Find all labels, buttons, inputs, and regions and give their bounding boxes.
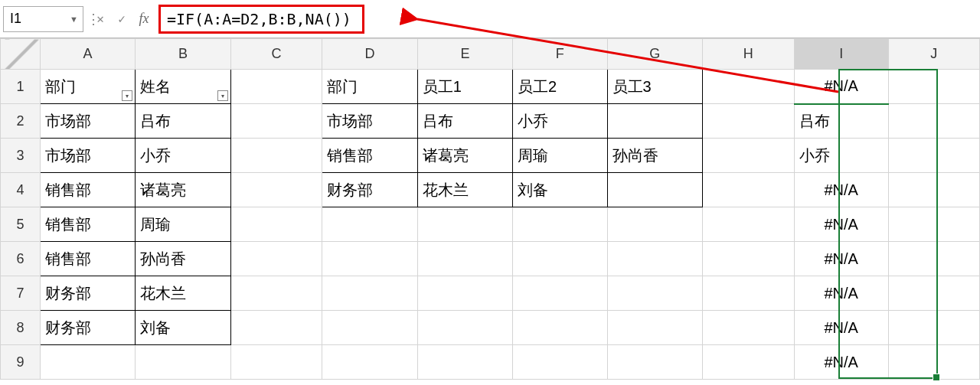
cell-I7[interactable]: #N/A (794, 276, 888, 311)
cell-A8[interactable]: 财务部 (40, 311, 135, 345)
cell-G2[interactable] (607, 104, 702, 139)
cell-E7[interactable] (417, 276, 512, 311)
cell-B4[interactable]: 诸葛亮 (136, 173, 230, 207)
row-header-8[interactable]: 8 (1, 311, 41, 345)
cell-G1[interactable]: 员工3 (607, 70, 702, 104)
col-header-C[interactable]: C (230, 39, 322, 70)
confirm-icon[interactable]: ✓ (111, 6, 132, 32)
cell-J3[interactable] (888, 139, 979, 173)
cell-D8[interactable] (322, 311, 417, 345)
cell-J6[interactable] (888, 242, 979, 276)
cell-G3[interactable]: 孙尚香 (607, 139, 702, 173)
cell-F3[interactable]: 周瑜 (513, 139, 608, 173)
cell-C5[interactable] (230, 207, 322, 242)
cancel-icon[interactable]: ✕ (90, 6, 111, 32)
cell-H4[interactable] (702, 173, 794, 207)
cell-H7[interactable] (702, 276, 794, 311)
cell-F1[interactable]: 员工2 (513, 70, 608, 104)
cell-J2[interactable] (888, 104, 979, 139)
cell-G7[interactable] (607, 276, 702, 311)
cell-J8[interactable] (888, 311, 979, 345)
col-header-H[interactable]: H (702, 39, 794, 70)
cell-I1[interactable]: #N/A (794, 70, 888, 104)
cell-J1[interactable] (888, 70, 979, 104)
cell-H6[interactable] (702, 242, 794, 276)
cell-D5[interactable] (322, 207, 417, 242)
cell-I2[interactable]: 吕布 (794, 104, 888, 139)
cell-G8[interactable] (607, 311, 702, 345)
cell-E9[interactable] (417, 345, 512, 380)
select-all-corner[interactable] (1, 39, 41, 70)
cell-F5[interactable] (513, 207, 608, 242)
cell-B7[interactable]: 花木兰 (136, 276, 230, 311)
cell-J9[interactable] (888, 345, 979, 380)
cell-C7[interactable] (230, 276, 322, 311)
cell-F6[interactable] (513, 242, 608, 276)
cell-I6[interactable]: #N/A (794, 242, 888, 276)
filter-icon[interactable]: ▾ (217, 90, 228, 101)
cell-J4[interactable] (888, 173, 979, 207)
cell-A5[interactable]: 销售部 (40, 207, 135, 242)
cell-G4[interactable] (607, 173, 702, 207)
row-header-7[interactable]: 7 (1, 276, 41, 311)
cell-F7[interactable] (513, 276, 608, 311)
cell-E5[interactable] (417, 207, 512, 242)
col-header-E[interactable]: E (417, 39, 512, 70)
cell-B5[interactable]: 周瑜 (136, 207, 230, 242)
cell-D2[interactable]: 市场部 (322, 104, 417, 139)
cell-A9[interactable] (40, 345, 135, 380)
cell-H1[interactable] (702, 70, 794, 104)
cell-G9[interactable] (607, 345, 702, 380)
cell-F4[interactable]: 刘备 (513, 173, 608, 207)
cell-C6[interactable] (230, 242, 322, 276)
cell-B2[interactable]: 吕布 (136, 104, 230, 139)
cell-F2[interactable]: 小乔 (513, 104, 608, 139)
cell-C8[interactable] (230, 311, 322, 345)
formula-input[interactable]: =IF(A:A=D2,B:B,NA()) (167, 10, 351, 28)
cell-J7[interactable] (888, 276, 979, 311)
cell-I5[interactable]: #N/A (794, 207, 888, 242)
cell-D7[interactable] (322, 276, 417, 311)
name-box[interactable]: I1 ▼ (3, 6, 83, 32)
cell-E4[interactable]: 花木兰 (417, 173, 512, 207)
cell-H8[interactable] (702, 311, 794, 345)
cell-E3[interactable]: 诸葛亮 (417, 139, 512, 173)
cell-E2[interactable]: 吕布 (417, 104, 512, 139)
fx-icon[interactable]: fx (132, 6, 155, 32)
cell-H9[interactable] (702, 345, 794, 380)
cell-D3[interactable]: 销售部 (322, 139, 417, 173)
cell-C1[interactable] (230, 70, 322, 104)
row-header-9[interactable]: 9 (1, 345, 41, 380)
cell-G6[interactable] (607, 242, 702, 276)
cell-B3[interactable]: 小乔 (136, 139, 230, 173)
filter-icon[interactable]: ▾ (122, 90, 132, 101)
cell-D1[interactable]: 部门 (322, 70, 417, 104)
cell-I4[interactable]: #N/A (794, 173, 888, 207)
cell-A2[interactable]: 市场部 (40, 104, 135, 139)
cell-B6[interactable]: 孙尚香 (136, 242, 230, 276)
cell-H2[interactable] (702, 104, 794, 139)
cell-A6[interactable]: 销售部 (40, 242, 135, 276)
row-header-2[interactable]: 2 (1, 104, 41, 139)
cell-I8[interactable]: #N/A (794, 311, 888, 345)
cell-B8[interactable]: 刘备 (136, 311, 230, 345)
cell-F9[interactable] (513, 345, 608, 380)
cell-D9[interactable] (322, 345, 417, 380)
cell-E8[interactable] (417, 311, 512, 345)
cell-H3[interactable] (702, 139, 794, 173)
row-header-5[interactable]: 5 (1, 207, 41, 242)
cell-G5[interactable] (607, 207, 702, 242)
col-header-F[interactable]: F (513, 39, 608, 70)
row-header-3[interactable]: 3 (1, 139, 41, 173)
cell-B1[interactable]: 姓名▾ (136, 70, 230, 104)
cell-H5[interactable] (702, 207, 794, 242)
cell-B9[interactable] (136, 345, 230, 380)
cell-A3[interactable]: 市场部 (40, 139, 135, 173)
col-header-A[interactable]: A (40, 39, 135, 70)
cell-I3[interactable]: 小乔 (794, 139, 888, 173)
col-header-B[interactable]: B (136, 39, 230, 70)
col-header-G[interactable]: G (607, 39, 702, 70)
cell-D6[interactable] (322, 242, 417, 276)
cell-J5[interactable] (888, 207, 979, 242)
cell-I9[interactable]: #N/A (794, 345, 888, 380)
